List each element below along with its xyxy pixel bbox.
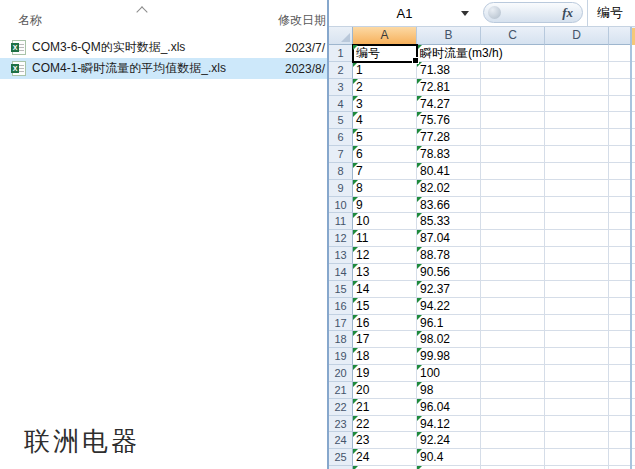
cell-B20[interactable]: 100: [417, 365, 481, 382]
cell-C6[interactable]: [481, 129, 545, 146]
cell-B12[interactable]: 87.04: [417, 230, 481, 247]
cell-D2[interactable]: [545, 62, 609, 79]
cell-D1[interactable]: [545, 45, 609, 62]
cell-B5[interactable]: 75.76: [417, 112, 481, 129]
cell-B18[interactable]: 98.02: [417, 331, 481, 348]
insert-function-icon[interactable]: fx: [562, 5, 573, 21]
name-box-dropdown-icon[interactable]: [461, 11, 469, 16]
row-header-8[interactable]: 8: [329, 163, 353, 180]
row-header-3[interactable]: 3: [329, 79, 353, 96]
cell-A17[interactable]: 16: [353, 315, 417, 332]
cell-B10[interactable]: 83.66: [417, 197, 481, 214]
cell-C20[interactable]: [481, 365, 545, 382]
file-row[interactable]: XCOM3-6-QM的实时数据_.xls2023/7/: [0, 37, 327, 58]
column-header-B[interactable]: B: [417, 27, 481, 45]
cell-A5[interactable]: 4: [353, 112, 417, 129]
cell-C7[interactable]: [481, 146, 545, 163]
cell-D8[interactable]: [545, 163, 609, 180]
cell-C10[interactable]: [481, 197, 545, 214]
cell-D4[interactable]: [545, 96, 609, 113]
cell-C19[interactable]: [481, 348, 545, 365]
cell-A24[interactable]: 23: [353, 432, 417, 449]
cell-A16[interactable]: 15: [353, 298, 417, 315]
cell-B11[interactable]: 85.33: [417, 213, 481, 230]
cell-B17[interactable]: 96.1: [417, 315, 481, 332]
cell-A22[interactable]: 21: [353, 399, 417, 416]
cell-B7[interactable]: 78.83: [417, 146, 481, 163]
cell-A12[interactable]: 11: [353, 230, 417, 247]
column-header-date-modified[interactable]: 修改日期: [278, 12, 326, 29]
cell-C13[interactable]: [481, 247, 545, 264]
row-header-19[interactable]: 19: [329, 348, 353, 365]
formula-bar[interactable]: 编号: [587, 0, 635, 26]
cell-B16[interactable]: 94.22: [417, 298, 481, 315]
row-header-25[interactable]: 25: [329, 449, 353, 466]
column-header-name[interactable]: 名称: [18, 12, 42, 29]
cell-C3[interactable]: [481, 79, 545, 96]
cell-D18[interactable]: [545, 331, 609, 348]
column-header-A[interactable]: A: [353, 27, 417, 45]
cell-D9[interactable]: [545, 180, 609, 197]
cell-A4[interactable]: 3: [353, 96, 417, 113]
cell-C4[interactable]: [481, 96, 545, 113]
cell-D25[interactable]: [545, 449, 609, 466]
row-header-10[interactable]: 10: [329, 197, 353, 214]
cell-D21[interactable]: [545, 382, 609, 399]
row-header-4[interactable]: 4: [329, 96, 353, 113]
cell-A1[interactable]: 编号: [353, 45, 417, 62]
cell-B1[interactable]: 瞬时流量(m3/h): [417, 45, 545, 62]
cell-C22[interactable]: [481, 399, 545, 416]
cell-A3[interactable]: 2: [353, 79, 417, 96]
row-header-16[interactable]: 16: [329, 298, 353, 315]
cell-D14[interactable]: [545, 264, 609, 281]
name-box[interactable]: A1: [329, 0, 480, 26]
cell-B21[interactable]: 98: [417, 382, 481, 399]
cell-A18[interactable]: 17: [353, 331, 417, 348]
cell-A6[interactable]: 5: [353, 129, 417, 146]
column-header-C[interactable]: C: [481, 27, 545, 45]
cell-D11[interactable]: [545, 213, 609, 230]
row-header-5[interactable]: 5: [329, 112, 353, 129]
cell-D6[interactable]: [545, 129, 609, 146]
cell-A9[interactable]: 8: [353, 180, 417, 197]
row-header-15[interactable]: 15: [329, 281, 353, 298]
cell-B19[interactable]: 99.98: [417, 348, 481, 365]
cell-B13[interactable]: 88.78: [417, 247, 481, 264]
cell-C14[interactable]: [481, 264, 545, 281]
cell-D22[interactable]: [545, 399, 609, 416]
cell-C5[interactable]: [481, 112, 545, 129]
cell-D13[interactable]: [545, 247, 609, 264]
cell-D12[interactable]: [545, 230, 609, 247]
cell-A13[interactable]: 12: [353, 247, 417, 264]
row-header-21[interactable]: 21: [329, 382, 353, 399]
cell-B24[interactable]: 92.24: [417, 432, 481, 449]
cell-A23[interactable]: 22: [353, 416, 417, 433]
cell-D10[interactable]: [545, 197, 609, 214]
cell-C24[interactable]: [481, 432, 545, 449]
file-row[interactable]: XCOM4-1-瞬时流量的平均值数据_.xls2023/8/: [0, 58, 327, 79]
row-header-7[interactable]: 7: [329, 146, 353, 163]
cell-A14[interactable]: 13: [353, 264, 417, 281]
cell-B9[interactable]: 82.02: [417, 180, 481, 197]
cell-C9[interactable]: [481, 180, 545, 197]
cell-D7[interactable]: [545, 146, 609, 163]
cell-A21[interactable]: 20: [353, 382, 417, 399]
cell-A8[interactable]: 7: [353, 163, 417, 180]
row-header-6[interactable]: 6: [329, 129, 353, 146]
row-header-17[interactable]: 17: [329, 315, 353, 332]
row-header-23[interactable]: 23: [329, 416, 353, 433]
cell-C18[interactable]: [481, 331, 545, 348]
cell-B14[interactable]: 90.56: [417, 264, 481, 281]
row-header-2[interactable]: 2: [329, 62, 353, 79]
cell-D17[interactable]: [545, 315, 609, 332]
cell-B22[interactable]: 96.04: [417, 399, 481, 416]
row-header-20[interactable]: 20: [329, 365, 353, 382]
row-header-11[interactable]: 11: [329, 213, 353, 230]
cell-D5[interactable]: [545, 112, 609, 129]
cell-C21[interactable]: [481, 382, 545, 399]
cell-D24[interactable]: [545, 432, 609, 449]
cell-A2[interactable]: 1: [353, 62, 417, 79]
cell-B2[interactable]: 71.38: [417, 62, 481, 79]
cell-A15[interactable]: 14: [353, 281, 417, 298]
cell-B3[interactable]: 72.81: [417, 79, 481, 96]
